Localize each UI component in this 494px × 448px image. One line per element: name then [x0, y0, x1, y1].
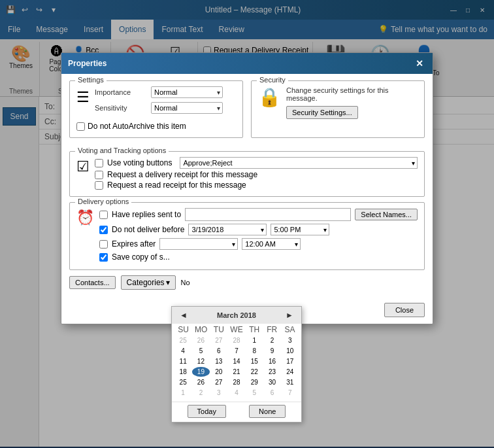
- cal-day[interactable]: 2: [192, 388, 209, 398]
- expires-time-wrapper: 12:00 AM: [242, 238, 301, 250]
- day-header-tu: TU: [210, 325, 227, 334]
- autoarchive-row: Do not AutoArchive this item: [76, 122, 236, 131]
- select-names-button[interactable]: Select Names...: [355, 209, 418, 220]
- cal-day[interactable]: 7: [282, 388, 299, 398]
- categories-dropdown-icon: ▾: [166, 278, 170, 287]
- cal-day[interactable]: 31: [282, 377, 299, 387]
- voting-icon: ☑: [76, 158, 90, 175]
- categories-button[interactable]: Categories ▾: [121, 275, 176, 290]
- cal-day[interactable]: 3: [282, 336, 299, 345]
- expires-label: Expires after: [112, 239, 156, 249]
- cal-day[interactable]: 14: [228, 356, 245, 366]
- cal-day[interactable]: 10: [282, 346, 299, 356]
- dialog-title-bar: Properties ✕: [61, 53, 433, 74]
- cal-day[interactable]: 21: [228, 367, 245, 377]
- cal-day[interactable]: 25: [174, 336, 191, 345]
- cal-day[interactable]: 24: [282, 367, 299, 377]
- importance-select-wrapper: Low Normal High: [151, 86, 223, 98]
- importance-label: Importance: [95, 88, 147, 96]
- day-header-we: WE: [227, 325, 245, 334]
- cal-day[interactable]: 20: [210, 367, 227, 377]
- cal-prev-button[interactable]: ◄: [177, 309, 190, 321]
- cal-day[interactable]: 27: [210, 377, 227, 387]
- cal-day[interactable]: 5: [192, 346, 209, 356]
- delivery-receipt-vote-checkbox[interactable]: [95, 171, 103, 179]
- cal-day[interactable]: 5: [246, 388, 263, 398]
- cal-day[interactable]: 15: [246, 356, 263, 366]
- cal-next-button[interactable]: ►: [283, 309, 296, 321]
- cal-none-button[interactable]: None: [249, 405, 286, 418]
- voting-section: Voting and Tracking options ☑ Use voting…: [69, 151, 425, 197]
- settings-title: Settings: [75, 76, 107, 84]
- cal-day[interactable]: 26: [192, 336, 209, 345]
- cal-day[interactable]: 1: [174, 388, 191, 398]
- importance-sensitivity-fields: Importance Low Normal High: [95, 86, 223, 118]
- day-header-mo: MO: [192, 325, 210, 334]
- cal-day[interactable]: 28: [228, 377, 245, 387]
- save-copy-checkbox[interactable]: [99, 253, 108, 262]
- date-select[interactable]: 3/19/2018: [188, 224, 267, 235]
- cal-day[interactable]: 3: [210, 388, 227, 398]
- cal-today-button[interactable]: Today: [188, 405, 226, 418]
- use-voting-checkbox[interactable]: [95, 159, 103, 167]
- cal-day[interactable]: 9: [263, 346, 280, 356]
- expires-time-select[interactable]: 12:00 AM: [242, 238, 301, 250]
- time-select[interactable]: 5:00 PM: [271, 224, 329, 235]
- cal-day[interactable]: 27: [210, 336, 227, 345]
- cal-day[interactable]: 8: [246, 346, 263, 356]
- cal-day[interactable]: 7: [228, 346, 245, 356]
- cal-day[interactable]: 13: [210, 356, 227, 366]
- cal-day[interactable]: 6: [210, 346, 227, 356]
- cal-day[interactable]: 6: [263, 388, 280, 398]
- day-header-sa: SA: [281, 325, 299, 334]
- cal-day[interactable]: 16: [263, 356, 280, 366]
- cal-day[interactable]: 19: [192, 367, 209, 377]
- expires-date-wrapper: [159, 238, 238, 250]
- expires-checkbox[interactable]: [99, 240, 108, 249]
- autoarchive-checkbox[interactable]: [76, 122, 85, 131]
- date-select-wrapper: 3/19/2018: [188, 224, 267, 235]
- delivery-receipt-vote-row: Request a delivery receipt for this mess…: [95, 170, 418, 179]
- expires-date-select[interactable]: [159, 238, 238, 250]
- properties-dialog: Properties ✕ Settings ☰ Importance: [61, 52, 433, 324]
- security-content: 🔒 Change security settings for this mess…: [258, 86, 418, 119]
- sensitivity-select[interactable]: Normal Personal Private Confidential: [151, 102, 223, 114]
- security-section: Security 🔒 Change security settings for …: [251, 80, 425, 138]
- security-settings-button[interactable]: Security Settings...: [286, 106, 358, 119]
- calendar-popup: ◄ March 2018 ► SU MO TU WE TH FR SA: [171, 306, 302, 422]
- dialog-close-button[interactable]: ✕: [413, 57, 426, 70]
- not-deliver-checkbox[interactable]: [99, 226, 108, 234]
- replies-checkbox[interactable]: [99, 211, 108, 219]
- replies-input[interactable]: [185, 208, 351, 221]
- cal-day[interactable]: 4: [174, 346, 191, 356]
- time-select-wrapper: 5:00 PM: [271, 224, 329, 235]
- voting-checkboxes: Use voting buttons Approve;Reject Yes;No…: [95, 157, 418, 191]
- not-deliver-row: Do not deliver before 3/19/2018 5:00 PM: [99, 224, 418, 235]
- cal-day[interactable]: 2: [263, 336, 280, 345]
- cal-day[interactable]: 30: [263, 377, 280, 387]
- cal-day[interactable]: 23: [263, 367, 280, 377]
- delivery-receipt-vote-label: Request a delivery receipt for this mess…: [107, 170, 257, 179]
- cal-day[interactable]: 11: [174, 356, 191, 366]
- read-receipt-vote-checkbox[interactable]: [95, 181, 103, 190]
- use-voting-label: Use voting buttons: [107, 158, 172, 167]
- importance-select[interactable]: Low Normal High: [151, 86, 223, 98]
- cal-day[interactable]: 1: [246, 336, 263, 345]
- cal-day[interactable]: 18: [174, 367, 191, 377]
- close-button[interactable]: Close: [384, 303, 425, 317]
- contacts-button[interactable]: Contacts...: [69, 276, 116, 289]
- voting-options-select[interactable]: Approve;Reject Yes;No Yes;No;Maybe: [180, 157, 418, 169]
- cal-day[interactable]: 29: [246, 377, 263, 387]
- cal-day[interactable]: 26: [192, 377, 209, 387]
- replies-row: Have replies sent to Select Names...: [99, 208, 418, 221]
- cal-day[interactable]: 25: [174, 377, 191, 387]
- cal-day[interactable]: 17: [282, 356, 299, 366]
- lock-icon: 🔒: [258, 86, 281, 108]
- cal-day[interactable]: 28: [228, 336, 245, 345]
- cal-day[interactable]: 4: [228, 388, 245, 398]
- settings-security-row: Settings ☰ Importance Low Normal High: [69, 80, 425, 145]
- replies-label: Have replies sent to: [112, 210, 181, 219]
- cal-day[interactable]: 12: [192, 356, 209, 366]
- voting-options-wrapper: Approve;Reject Yes;No Yes;No;Maybe: [180, 157, 418, 169]
- cal-day[interactable]: 22: [246, 367, 263, 377]
